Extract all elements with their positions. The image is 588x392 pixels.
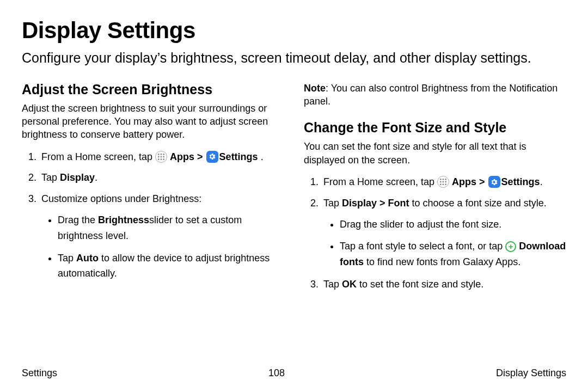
left-column: Adjust the Screen Brightness Adjust the … bbox=[22, 82, 284, 298]
page-title: Display Settings bbox=[22, 17, 566, 44]
note-text: : You can also control Brightness from t… bbox=[304, 83, 558, 107]
chevron: > bbox=[476, 176, 488, 187]
note-block: Note: You can also control Brightness fr… bbox=[304, 82, 566, 108]
bullet-item: Drag the Brightnessslider to set a custo… bbox=[58, 212, 284, 244]
page-intro: Configure your display’s brightness, scr… bbox=[22, 49, 555, 68]
bold-text: OK bbox=[342, 279, 357, 290]
text: . bbox=[95, 172, 97, 183]
svg-point-16 bbox=[443, 183, 444, 185]
bullet-item: Tap a font style to select a font, or ta… bbox=[340, 238, 566, 270]
text: to find new fonts from Galaxy Apps. bbox=[364, 256, 520, 267]
svg-point-8 bbox=[163, 158, 164, 160]
apps-label: Apps bbox=[452, 176, 476, 187]
sub-bullets: Drag the slider to adjust the font size.… bbox=[323, 217, 566, 270]
svg-point-6 bbox=[158, 158, 160, 160]
step-item: Tap Display. bbox=[39, 170, 284, 186]
footer-page-number: 108 bbox=[268, 367, 285, 379]
plus-circle-icon: + bbox=[505, 241, 516, 252]
sub-bullets: Drag the Brightnessslider to set a custo… bbox=[41, 212, 284, 281]
bullet-item: Tap Auto to allow the device to adjust b… bbox=[58, 250, 284, 282]
settings-label: Settings bbox=[501, 176, 540, 187]
page-footer: Settings 108 Display Settings bbox=[22, 367, 566, 379]
bullet-item: Drag the slider to adjust the font size. bbox=[340, 217, 566, 232]
svg-point-10 bbox=[443, 179, 444, 180]
text: Tap bbox=[58, 253, 76, 264]
text: to set the font size and style. bbox=[357, 279, 483, 290]
apps-label: Apps bbox=[170, 151, 194, 162]
steps-brightness: From a Home screen, tap Apps > Settings … bbox=[22, 149, 284, 282]
settings-gear-icon bbox=[206, 151, 218, 163]
svg-point-0 bbox=[158, 154, 160, 155]
steps-font: From a Home screen, tap Apps > Settings.… bbox=[304, 174, 566, 292]
chevron: > bbox=[194, 151, 206, 162]
step-item: Customize options under Brightness: Drag… bbox=[39, 191, 284, 281]
apps-icon bbox=[437, 176, 449, 188]
svg-point-14 bbox=[445, 181, 446, 183]
svg-point-7 bbox=[161, 158, 162, 160]
step-item: Tap OK to set the font size and style. bbox=[321, 277, 566, 292]
svg-point-2 bbox=[163, 154, 164, 155]
text: to choose a font size and style. bbox=[409, 198, 547, 209]
settings-label: Settings bbox=[219, 151, 258, 162]
section-heading-font: Change the Font Size and Style bbox=[304, 120, 566, 136]
bold-text: Brightness bbox=[98, 215, 149, 225]
text: Tap bbox=[41, 172, 60, 183]
section-desc-font: You can set the font size and style for … bbox=[304, 140, 566, 167]
svg-point-11 bbox=[445, 179, 446, 180]
bold-text: Display > Font bbox=[342, 198, 409, 209]
section-heading-brightness: Adjust the Screen Brightness bbox=[22, 82, 284, 97]
apps-icon bbox=[155, 151, 167, 163]
footer-left: Settings bbox=[22, 367, 57, 379]
text: Drag the bbox=[58, 215, 98, 225]
svg-point-3 bbox=[158, 156, 160, 157]
svg-point-9 bbox=[440, 179, 442, 180]
text: Customize options under Brightness: bbox=[41, 193, 201, 204]
step-item: From a Home screen, tap Apps > Settings. bbox=[321, 174, 566, 190]
svg-point-1 bbox=[161, 154, 162, 155]
section-desc-brightness: Adjust the screen brightness to suit you… bbox=[22, 102, 284, 142]
text: . bbox=[540, 176, 543, 187]
text: Tap bbox=[323, 279, 342, 290]
footer-right: Display Settings bbox=[496, 367, 566, 379]
bold-text: Display bbox=[60, 172, 95, 183]
settings-gear-icon bbox=[488, 176, 500, 188]
svg-point-5 bbox=[163, 156, 164, 157]
text: Tap bbox=[323, 198, 342, 209]
svg-point-13 bbox=[443, 181, 444, 183]
right-column: Note: You can also control Brightness fr… bbox=[304, 82, 566, 298]
svg-point-17 bbox=[445, 183, 446, 185]
svg-point-12 bbox=[440, 181, 442, 183]
svg-point-4 bbox=[161, 156, 162, 157]
note-label: Note bbox=[304, 83, 326, 94]
bold-text: Auto bbox=[76, 253, 99, 264]
text: Tap a font style to select a font, or ta… bbox=[340, 241, 505, 252]
text: . bbox=[258, 151, 264, 162]
svg-point-15 bbox=[440, 183, 442, 185]
step-item: Tap Display > Font to choose a font size… bbox=[321, 195, 566, 270]
text: From a Home screen, tap bbox=[41, 151, 155, 162]
content-columns: Adjust the Screen Brightness Adjust the … bbox=[22, 82, 566, 298]
step-item: From a Home screen, tap Apps > Settings … bbox=[39, 149, 284, 165]
text: From a Home screen, tap bbox=[323, 176, 437, 187]
